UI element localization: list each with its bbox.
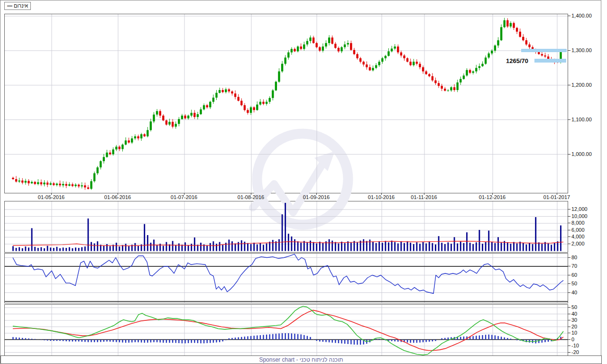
series-line-sample: — xyxy=(7,3,12,9)
date-label: 01-08-2016 xyxy=(238,194,264,200)
instrument-name: אינרום xyxy=(14,3,28,9)
footer-bar: Sponser chart - תוכנה לניתוח טכני xyxy=(0,355,602,364)
axis-tick xyxy=(568,119,570,120)
date-tick xyxy=(184,193,184,195)
date-tick xyxy=(557,193,557,195)
axis-label: -20 xyxy=(571,349,579,355)
support-zone-1265-70 xyxy=(534,59,566,63)
date-tick xyxy=(492,193,493,195)
axis-tick xyxy=(568,216,570,217)
axis-label: 1,300.00 xyxy=(571,47,592,53)
axis-tick xyxy=(568,333,570,333)
axis-tick xyxy=(568,339,570,340)
axis-tick xyxy=(568,346,570,346)
date-tick xyxy=(251,193,251,195)
axis-tick xyxy=(568,292,570,293)
axis-tick xyxy=(568,237,570,237)
axis-tick xyxy=(568,266,570,266)
price-chart-panel[interactable]: 1265/70 xyxy=(4,14,568,193)
date-label: 01-07-2016 xyxy=(171,194,197,200)
axis-label: 40 xyxy=(571,290,577,295)
axis-label: 4,000 xyxy=(571,234,585,239)
axis-label: 12,000 xyxy=(571,206,588,212)
date-tick xyxy=(118,193,118,195)
volume-panel[interactable] xyxy=(4,201,568,253)
date-label: 01-12-2016 xyxy=(479,194,506,200)
axis-tick xyxy=(568,275,570,275)
legend-box[interactable]: —אינרום xyxy=(4,2,31,10)
axis-tick xyxy=(568,50,570,51)
axis-label: 10 xyxy=(571,330,577,336)
axis-tick xyxy=(568,257,570,258)
axis-label: 80 xyxy=(571,255,577,260)
chart-window: —אינרום 1265/70 01-05-201601-06-201601-0… xyxy=(0,0,601,364)
axis-label: 1,200.00 xyxy=(571,82,592,88)
resistance-zone-1300 xyxy=(521,49,567,52)
axis-tick xyxy=(568,307,570,308)
date-label: 01-09-2016 xyxy=(303,194,330,200)
axis-tick xyxy=(568,244,570,244)
axis-label: 60 xyxy=(571,272,577,278)
axis-tick xyxy=(568,16,570,16)
axis-label: 2,000 xyxy=(571,241,585,246)
axis-label: 0 xyxy=(571,337,574,342)
axis-label: -10 xyxy=(571,343,579,348)
date-tick xyxy=(424,193,424,195)
date-label: 01-06-2016 xyxy=(104,194,131,200)
axis-label: 50 xyxy=(571,304,577,310)
axis-label: 1,400.00 xyxy=(571,13,592,18)
date-tick xyxy=(51,193,52,195)
axis-label: 70 xyxy=(571,263,577,269)
date-label: 01-01-2017 xyxy=(543,194,570,200)
support-level-annotation: 1265/70 xyxy=(506,57,528,64)
axis-tick xyxy=(568,209,570,209)
axis-label: 6,000 xyxy=(571,227,585,233)
date-label: 01-11-2016 xyxy=(411,194,437,200)
date-tick xyxy=(316,193,317,195)
axis-label: 40 xyxy=(571,311,577,317)
axis-tick xyxy=(568,314,570,314)
date-tick xyxy=(381,193,382,195)
date-label: 01-05-2016 xyxy=(38,194,64,200)
footer-credit: Sponser chart - תוכנה לניתוח טכני xyxy=(259,356,343,363)
date-axis: 01-05-201601-06-201601-07-201601-08-2016… xyxy=(4,193,567,200)
axis-label: 1,000.00 xyxy=(571,151,592,157)
axis-label: 8,000 xyxy=(571,220,585,226)
macd-panel[interactable] xyxy=(4,304,568,356)
axis-tick xyxy=(568,154,570,155)
axis-tick xyxy=(568,320,570,320)
axis-tick xyxy=(568,223,570,223)
oscillator-panel[interactable] xyxy=(4,253,568,303)
axis-tick xyxy=(568,283,570,284)
axis-label: 1,100.00 xyxy=(571,117,592,122)
axis-tick xyxy=(568,352,570,353)
axis-label: 30 xyxy=(571,317,577,323)
date-label: 01-10-2016 xyxy=(368,194,395,200)
axis-label: 20 xyxy=(571,324,577,329)
axis-tick xyxy=(568,230,570,230)
axis-label: 50 xyxy=(571,281,577,286)
axis-label: 10,000 xyxy=(571,213,588,219)
axis-tick xyxy=(568,327,570,327)
axis-tick xyxy=(568,85,570,85)
